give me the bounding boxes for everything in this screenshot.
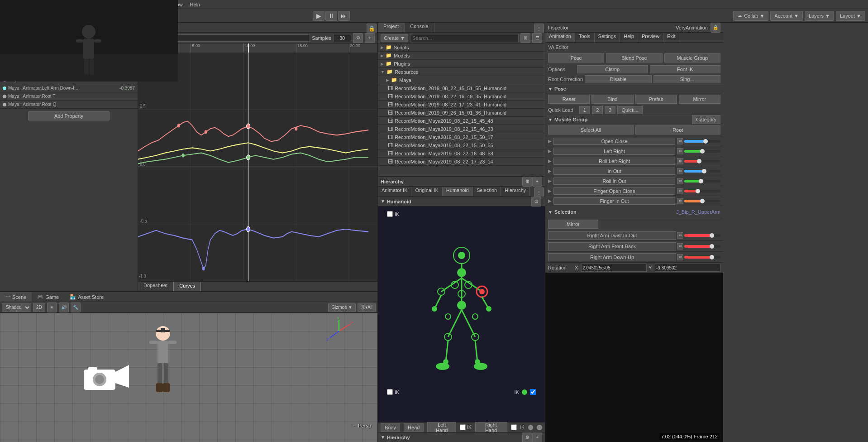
center-right-area: Project Console ⋮ Create ▼ ⊞ ☰ ▶ 📁 Scrip… bbox=[378, 23, 868, 442]
preview-character bbox=[545, 23, 723, 442]
preview-image-area: 7:02 (044.0%) Frame 212 bbox=[545, 273, 723, 442]
inspector-col: Inspector VeryAnimation 🔒 Animation Tool… bbox=[545, 23, 723, 442]
app-body: Animation Animator 🔒 Preview ⏮ ◀ ▶ ▶▶ ⏭ … bbox=[0, 23, 868, 442]
